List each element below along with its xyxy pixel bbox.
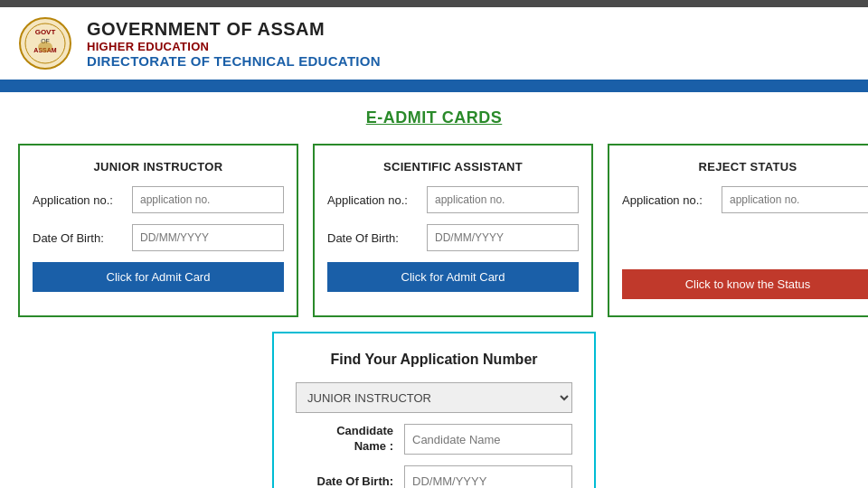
find-application-card: Find Your Application Number JUNIOR INST…	[272, 332, 596, 488]
scientific-assistant-card: SCIENTIFIC ASSISTANT Application no.: Da…	[313, 144, 593, 317]
header-subtitle: HIGHER EDUCATION	[87, 40, 381, 53]
top-bar	[0, 0, 868, 7]
find-dob-input[interactable]	[404, 465, 572, 488]
header-dept: DIRECTORATE OF TECHNICAL EDUCATION	[87, 53, 381, 69]
find-dob-label: Date Of Birth:	[296, 474, 404, 488]
app-no-row-2: Application no.:	[327, 186, 579, 213]
reject-status-title: REJECT STATUS	[622, 160, 868, 174]
status-btn[interactable]: Click to know the Status	[622, 269, 868, 299]
page-title: E-ADMIT CARDS	[18, 108, 850, 127]
app-no-input-3[interactable]	[722, 186, 868, 213]
nav-bar	[0, 83, 868, 92]
svg-point-5	[38, 42, 52, 52]
scientific-assistant-title: SCIENTIFIC ASSISTANT	[327, 160, 579, 174]
header-text: GOVERNMENT OF ASSAM HIGHER EDUCATION DIR…	[87, 19, 381, 69]
admit-card-btn-2[interactable]: Click for Admit Card	[327, 262, 579, 292]
reject-status-card: REJECT STATUS Application no.: Click to …	[608, 144, 868, 317]
dob-input-2[interactable]	[427, 224, 579, 251]
app-no-label-3: Application no.:	[622, 193, 722, 207]
app-no-row-1: Application no.:	[33, 186, 284, 213]
admit-card-btn-1[interactable]: Click for Admit Card	[33, 262, 284, 292]
candidate-name-label: CandidateName :	[296, 424, 404, 455]
header: GOVT OF ASSAM GOVERNMENT OF ASSAM HIGHER…	[0, 7, 868, 83]
dob-input-1[interactable]	[132, 224, 284, 251]
app-no-label-2: Application no.:	[327, 193, 427, 207]
main-content: E-ADMIT CARDS JUNIOR INSTRUCTOR Applicat…	[0, 92, 868, 488]
cards-row: JUNIOR INSTRUCTOR Application no.: Date …	[18, 144, 850, 317]
junior-instructor-card: JUNIOR INSTRUCTOR Application no.: Date …	[18, 144, 298, 317]
dob-label-2: Date Of Birth:	[327, 231, 427, 245]
svg-text:GOVT: GOVT	[35, 28, 56, 36]
logo: GOVT OF ASSAM	[18, 16, 72, 70]
find-dob-row: Date Of Birth:	[296, 465, 572, 488]
app-no-input-1[interactable]	[132, 186, 284, 213]
app-no-input-2[interactable]	[427, 186, 579, 213]
app-no-row-3: Application no.:	[622, 186, 868, 213]
category-select-row: JUNIOR INSTRUCTOR SCIENTIFIC ASSISTANT	[296, 382, 572, 413]
candidate-name-input[interactable]	[404, 424, 572, 455]
dob-row-2: Date Of Birth:	[327, 224, 579, 251]
dob-label-1: Date Of Birth:	[33, 231, 132, 245]
candidate-name-row: CandidateName :	[296, 424, 572, 455]
dob-row-1: Date Of Birth:	[33, 224, 284, 251]
header-title: GOVERNMENT OF ASSAM	[87, 19, 381, 40]
app-no-label-1: Application no.:	[33, 193, 132, 207]
category-select[interactable]: JUNIOR INSTRUCTOR SCIENTIFIC ASSISTANT	[296, 382, 572, 413]
find-card-title: Find Your Application Number	[296, 352, 572, 368]
junior-instructor-title: JUNIOR INSTRUCTOR	[33, 160, 284, 174]
